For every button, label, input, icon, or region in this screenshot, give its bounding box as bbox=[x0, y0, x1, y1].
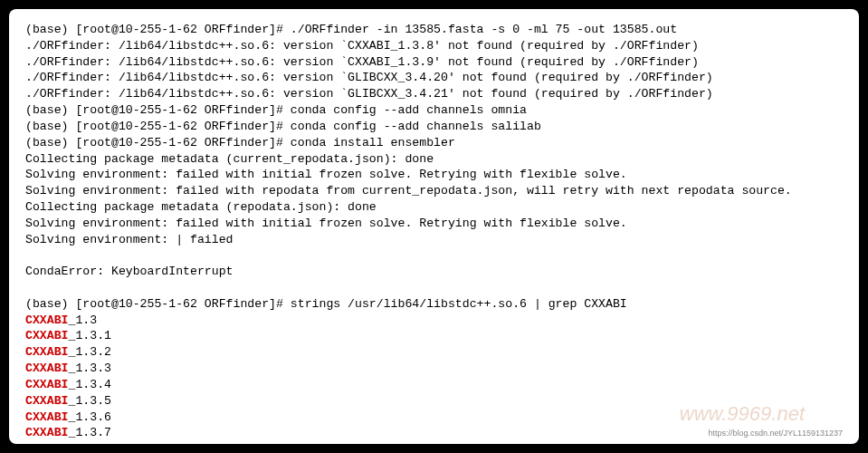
grep-rest: _1.3.3 bbox=[68, 361, 110, 375]
terminal-line: (base) [root@10-255-1-62 ORFfinder]# con… bbox=[25, 135, 843, 151]
grep-rest: _1.3.2 bbox=[68, 345, 110, 359]
grep-match: CXXABI bbox=[25, 329, 68, 342]
terminal-line: CXXABI_TM_1 bbox=[25, 441, 843, 444]
terminal-line: ./ORFfinder: /lib64/libstdc++.so.6: vers… bbox=[25, 70, 843, 86]
terminal-line: Solving environment: failed with initial… bbox=[25, 216, 843, 232]
terminal-line: CXXABI_1.3.1 bbox=[25, 328, 843, 344]
terminal-line: Solving environment: failed with repodat… bbox=[25, 183, 843, 199]
terminal-line: (base) [root@10-255-1-62 ORFfinder]# ./O… bbox=[25, 22, 843, 38]
grep-rest: _1.3.6 bbox=[68, 410, 110, 424]
terminal-line: ./ORFfinder: /lib64/libstdc++.so.6: vers… bbox=[25, 86, 843, 102]
terminal-window[interactable]: (base) [root@10-255-1-62 ORFfinder]# ./O… bbox=[9, 9, 859, 444]
grep-match: CXXABI bbox=[25, 345, 68, 359]
terminal-line: (base) [root@10-255-1-62 ORFfinder]# str… bbox=[25, 296, 843, 313]
grep-match: CXXABI bbox=[25, 394, 68, 408]
terminal-line: ./ORFfinder: /lib64/libstdc++.so.6: vers… bbox=[25, 38, 843, 54]
grep-rest: _1.3 bbox=[68, 313, 97, 327]
grep-rest: _1.3.7 bbox=[68, 426, 110, 439]
terminal-line: (base) [root@10-255-1-62 ORFfinder]# con… bbox=[25, 102, 843, 119]
terminal-line: ./ORFfinder: /lib64/libstdc++.so.6: vers… bbox=[25, 54, 843, 71]
grep-match: CXXABI bbox=[25, 313, 68, 327]
grep-rest: _1.3.4 bbox=[68, 378, 110, 391]
terminal-line: CXXABI_1.3.4 bbox=[25, 377, 843, 393]
grep-rest: _1.3.1 bbox=[68, 329, 110, 342]
terminal-line: CondaError: KeyboardInterrupt bbox=[25, 264, 843, 280]
terminal-line: Solving environment: | failed bbox=[25, 232, 843, 248]
terminal-line: Solving environment: failed with initial… bbox=[25, 167, 843, 183]
grep-match: CXXABI bbox=[25, 410, 68, 424]
terminal-line: CXXABI_1.3 bbox=[25, 313, 843, 329]
grep-match: CXXABI bbox=[25, 442, 68, 444]
terminal-line: CXXABI_1.3.3 bbox=[25, 361, 843, 377]
grep-rest: _TM_1 bbox=[68, 442, 104, 444]
watermark-brand: www.9969.net bbox=[680, 400, 805, 428]
terminal-line: (base) [root@10-255-1-62 ORFfinder]# con… bbox=[25, 119, 843, 135]
terminal-line: Collecting package metadata (repodata.js… bbox=[25, 199, 843, 216]
grep-match: CXXABI bbox=[25, 426, 68, 439]
watermark-url: https://blog.csdn.net/JYL1159131237 bbox=[708, 428, 843, 439]
terminal-output: (base) [root@10-255-1-62 ORFfinder]# ./O… bbox=[25, 22, 843, 444]
grep-match: CXXABI bbox=[25, 378, 68, 391]
terminal-line: Collecting package metadata (current_rep… bbox=[25, 151, 843, 168]
terminal-line bbox=[25, 280, 843, 296]
terminal-line: CXXABI_1.3.2 bbox=[25, 344, 843, 361]
grep-match: CXXABI bbox=[25, 361, 68, 375]
terminal-line bbox=[25, 247, 843, 264]
grep-rest: _1.3.5 bbox=[68, 394, 110, 408]
